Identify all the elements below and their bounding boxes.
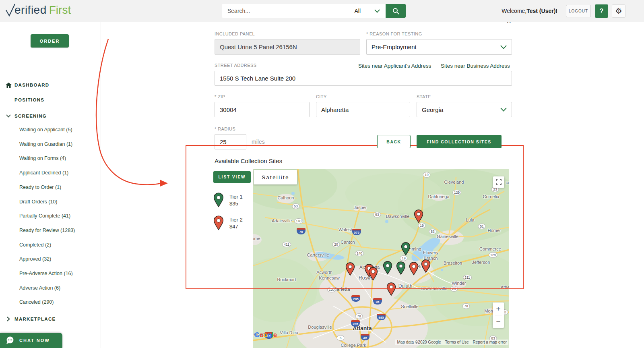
- map-place-label: Calhoun: [278, 195, 294, 200]
- route-shield-icon: 29: [450, 286, 458, 292]
- sidebar-screening-item[interactable]: Approved (32): [19, 256, 51, 262]
- included-panel-field: [215, 39, 360, 55]
- radius-label: * RADIUS: [215, 126, 235, 131]
- chat-now-button[interactable]: CHAT NOW: [0, 333, 62, 348]
- route-shield-icon: 20: [332, 242, 340, 247]
- sidebar-nav: ORDER DASHBOARD POSITIONS SCREENING Wait…: [0, 22, 101, 348]
- interstate-shield-icon: 75: [297, 228, 305, 234]
- map-pin-green[interactable]: [401, 242, 411, 257]
- map-pin-red[interactable]: [368, 267, 378, 282]
- map-fullscreen-button[interactable]: [493, 176, 504, 188]
- global-search: All: [222, 4, 386, 18]
- sidebar-item-positions[interactable]: POSITIONS: [0, 95, 101, 104]
- route-shield-icon: 78: [462, 303, 470, 309]
- route-shield-icon: 53: [429, 229, 437, 234]
- city-input[interactable]: [316, 102, 410, 117]
- route-shield-icon: 6: [337, 335, 345, 341]
- route-shield-icon: 411: [282, 242, 291, 247]
- sidebar-screening-item[interactable]: Canceled (290): [19, 299, 54, 305]
- chevron-right-icon: [5, 317, 12, 321]
- sites-near-applicant-link[interactable]: Sites near Applicant's Address: [358, 63, 431, 69]
- sidebar-screening-item[interactable]: Waiting on Guardian (1): [19, 141, 72, 147]
- report-map-error-link[interactable]: Report a map error: [473, 340, 507, 344]
- sidebar-item-marketplace[interactable]: MARKETPLACE: [0, 315, 101, 323]
- find-collection-sites-button[interactable]: FIND COLLECTION SITES: [417, 135, 502, 148]
- app-logo: erified First: [5, 4, 71, 17]
- map-place-label: Acworth: [316, 270, 332, 275]
- zoom-out-button[interactable]: −: [493, 315, 504, 328]
- state-select[interactable]: Georgia: [417, 102, 512, 117]
- radius-input[interactable]: [215, 134, 246, 149]
- zip-input[interactable]: [215, 102, 310, 117]
- sidebar-screening-item[interactable]: Ready for Review (1283): [19, 228, 75, 233]
- state-label: STATE: [417, 94, 431, 99]
- legend-row: Tier 1$35: [213, 193, 252, 209]
- terms-of-use-link[interactable]: Terms of Use: [445, 340, 469, 344]
- fullscreen-icon: [496, 179, 502, 185]
- search-icon: [392, 8, 399, 14]
- chevron-down-icon: [500, 108, 507, 112]
- search-input[interactable]: [222, 4, 354, 18]
- zoom-in-button[interactable]: +: [493, 302, 504, 315]
- help-button[interactable]: ?: [595, 4, 608, 18]
- route-shield-icon: 129: [452, 190, 461, 195]
- map-place-label: Commerce: [479, 246, 501, 251]
- back-button[interactable]: BACK: [377, 135, 411, 148]
- street-address-input[interactable]: [215, 71, 512, 86]
- sidebar-screening-item[interactable]: Waiting on Applicant (5): [19, 127, 72, 133]
- map-zoom-control: + −: [493, 302, 504, 328]
- interstate-shield-icon: 285: [351, 295, 360, 302]
- legend-label: Tier 1$35: [229, 193, 243, 207]
- logout-button[interactable]: LOGOUT: [566, 5, 591, 17]
- map-place-label: Lula: [466, 218, 475, 222]
- search-scope-dropdown[interactable]: All: [354, 8, 386, 14]
- interstate-shield-icon: 85: [373, 298, 382, 304]
- sidebar-item-dashboard[interactable]: DASHBOARD: [0, 81, 101, 89]
- map-place-label: Kennesaw: [319, 276, 339, 280]
- reason-for-testing-select[interactable]: Pre-Employment: [366, 39, 512, 55]
- welcome-text: Welcome,Test (User)!: [502, 8, 557, 14]
- results-heading: Available Collection Sites: [215, 157, 282, 164]
- interstate-shield-icon: 285: [351, 320, 360, 327]
- sidebar-screening-item[interactable]: Pre-Adverse Action (16): [19, 271, 73, 276]
- sidebar-item-screening[interactable]: SCREENING: [0, 112, 101, 120]
- map-pin-green[interactable]: [396, 261, 406, 277]
- settings-gear-button[interactable]: ⚙: [612, 4, 625, 18]
- map-pin-red[interactable]: [386, 282, 396, 298]
- search-button[interactable]: [386, 4, 406, 18]
- map-place-label: Jefferson: [472, 260, 490, 265]
- sidebar-screening-item[interactable]: Applicant Declined (1): [19, 170, 68, 176]
- map-place-label: Athen: [501, 285, 509, 290]
- sidebar-screening-item[interactable]: Draft Orders (10): [19, 199, 57, 205]
- map-pin-red[interactable]: [414, 209, 423, 225]
- google-logo[interactable]: Google: [254, 331, 277, 339]
- gear-icon: ⚙: [615, 7, 622, 15]
- sidebar-screening-item[interactable]: Adverse Action (6): [19, 285, 60, 291]
- map-pin-green[interactable]: [383, 261, 392, 276]
- route-shield-icon: 53: [374, 212, 381, 218]
- sites-near-business-link[interactable]: Sites near Business Address: [441, 63, 510, 69]
- order-button[interactable]: ORDER: [31, 34, 69, 48]
- map-canvas[interactable]: CalhounJasperDawsonvilleDahlonegaClevela…: [253, 169, 509, 348]
- map-place-label: Adairsville: [272, 218, 292, 223]
- map-type-satellite-button[interactable]: Satellite: [254, 170, 297, 184]
- sidebar-screening-item[interactable]: Partially Complete (41): [19, 213, 70, 219]
- map-pin-red[interactable]: [345, 262, 355, 278]
- map-place-label: ome: [253, 236, 260, 241]
- map-pin-red[interactable]: [421, 259, 431, 275]
- list-view-button[interactable]: LIST VIEW: [213, 171, 251, 183]
- sidebar-screening-item[interactable]: Waiting on Forms (4): [19, 155, 66, 161]
- sidebar-screening-item[interactable]: Completed (2): [19, 242, 51, 248]
- map-place-label: Snellville: [401, 304, 418, 309]
- map-place-label: Braselton: [444, 261, 462, 265]
- map-place-label: Cleveland: [444, 180, 464, 184]
- map-place-label: Duluth: [398, 283, 413, 289]
- logo-text-verified: erified: [14, 4, 47, 17]
- map-place-label: Dahlonega: [428, 194, 449, 199]
- chevron-down-icon: [5, 114, 12, 118]
- route-shield-icon: 140: [294, 218, 303, 224]
- map-pin-red[interactable]: [409, 262, 419, 277]
- search-scope-value: All: [354, 8, 361, 14]
- sidebar-screening-item[interactable]: Ready to Order (1): [19, 184, 61, 190]
- map-place-label: Douglasville: [308, 325, 332, 329]
